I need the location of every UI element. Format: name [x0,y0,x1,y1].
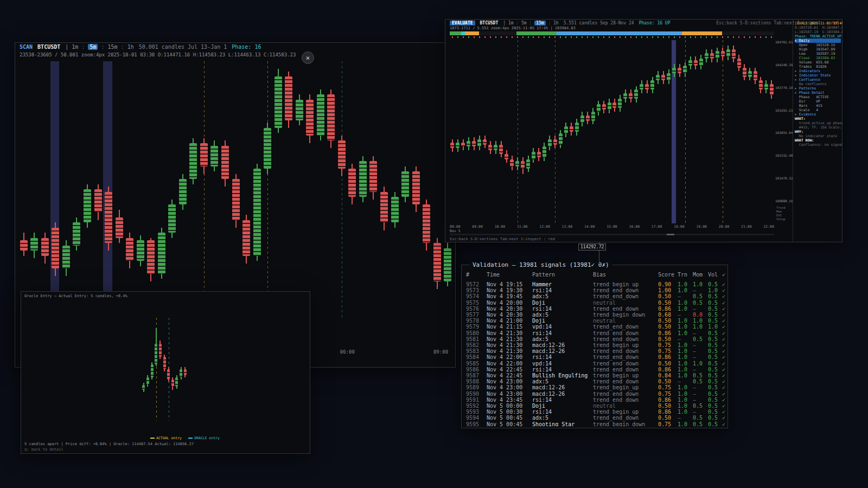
cell: 1.0 [678,300,693,306]
cell: Nov 4 23:00 [487,391,532,397]
signal-row[interactable]: 9573Nov 4 19:30rsi:14trend_end_down1.001… [466,287,725,293]
timeframe-1h[interactable]: 1h [553,21,559,25]
signal-row[interactable]: 9592Nov 5 00:00Dojineutral0.501.00.50.5✓ [466,403,725,409]
signal-row[interactable]: 9578Nov 4 21:00Dojineutral0.501.01.00.5✓ [466,318,725,324]
signal-row[interactable]: 9591Nov 4 23:45rsi:14trend_end_down0.861… [466,397,725,403]
signal-row[interactable]: 9588Nov 4 23:00adx:5trend_end_down0.50–0… [466,378,725,384]
validation-title: Validation — 13981 signals (13981✓ 0✗) [469,261,612,268]
direction-tick [652,36,653,38]
panel-section-header[interactable]: ▸ Patterns [795,86,841,91]
candle-body [553,139,557,145]
signal-row[interactable]: 9574Nov 4 19:45adx:5trend_end_down0.50–0… [466,293,725,299]
candle-body [296,100,303,120]
scan-candles-info: 50.001 candles Jul 13-Jan 1 [139,44,227,50]
cell: neutral [593,318,658,324]
cell: 0.90 [658,281,678,287]
cell: 9577 [466,312,487,318]
candle-body [483,139,487,145]
cell: vpd:14 [532,324,593,330]
direction-tick [576,36,577,38]
signal-row[interactable]: 9575Nov 4 20:00Dojineutral0.501.00.50.5✓ [466,300,725,306]
signal-row[interactable]: 9572Nov 4 19:15Hammertrend_begin_up0.901… [466,281,725,287]
valid-check-icon: ✓ [722,373,725,378]
timeframe-1m[interactable]: 1m [508,21,514,25]
direction-tick [658,36,659,38]
panel-section-header[interactable]: ▸ Indicators [795,69,841,73]
signal-row[interactable]: 9579Nov 4 21:15vpd:14trend_end_down0.501… [466,324,725,330]
cell: 9573 [466,287,487,293]
cell: trend_end_down [593,336,658,342]
direction-tick [636,36,637,38]
signal-row[interactable]: 9590Nov 4 23:00macd:12-26trend_end_down0… [466,391,725,397]
direction-tick [501,36,502,38]
direction-tick [744,36,745,38]
signal-row[interactable]: 9586Nov 4 22:45rsi:14trend_end_down0.861… [466,367,725,373]
cell: Nov 5 00:45 [487,421,532,426]
signal-row[interactable]: 9595Nov 5 00:45Shooting Startrend_begin_… [466,421,725,426]
cell: – [693,391,708,397]
panel-section-header[interactable]: ▸ Phase Detail [795,91,841,95]
cell: – [693,354,708,360]
cell: – [693,367,708,373]
legend-swatch [150,438,155,439]
panel-detail-line: L:102587.19 C:103384.83 [795,30,841,34]
candle-body [126,238,133,261]
signal-row[interactable]: 9576Nov 4 20:30rsi:14trend_end_down0.861… [466,306,725,312]
timeframe-5m[interactable]: 5m [521,21,527,25]
signal-row[interactable]: 9585Nov 4 22:00vpd:14trend_end_down0.501… [466,361,725,367]
validation-table-body[interactable]: 9572Nov 4 19:15Hammertrend_begin_up0.901… [466,281,725,426]
signal-row[interactable]: 9587Nov 4 22:45Bullish Engulfingtrend_be… [466,373,725,378]
evaluate-scrollbar-track[interactable] [450,234,774,235]
timeframe-15m[interactable]: 15m [534,21,545,25]
crosshair-price-label: 114292.72 [578,243,606,251]
panel-detail-line: No confluence [795,82,841,86]
cell: 0.5 [708,391,722,397]
signal-row[interactable]: 9594Nov 5 00:45adx:5trend_end_down0.50–0… [466,415,725,421]
scan-candlestick-plot[interactable] [18,61,453,317]
signal-row[interactable]: 9593Nov 5 00:30rsi:14trend_begin_up0.861… [466,409,725,415]
candle-body [564,126,568,134]
candle-body [764,84,768,89]
evaluate-candlestick-plot[interactable] [450,40,774,223]
valid-check-icon: ✓ [722,287,725,293]
candle-body [629,93,633,99]
tf-separator: : [78,44,88,50]
panel-detail-line: [EVAL] 2025-11-05 17:45:00 [795,21,841,25]
signal-row[interactable]: 9580Nov 4 21:30rsi:14trend_end_down0.861… [466,330,725,336]
signal-row[interactable]: 9581Nov 4 21:30adx:5trend_end_down0.50–0… [466,336,725,342]
candle-body [580,115,584,123]
signal-row[interactable]: 9589Nov 4 23:00macd:12-26trend_begin_up0… [466,384,725,390]
cell: trend_end_down [593,361,658,367]
timeframe-5m[interactable]: 5m [88,44,98,50]
candle-body [532,152,535,159]
candle-body [348,169,356,197]
signal-marker-line [518,40,518,223]
direction-tick [495,36,496,38]
timeframe-1m[interactable]: 1m [72,44,78,50]
cell: 0.5 [693,378,708,384]
close-button[interactable]: × [302,52,314,64]
cell: 9594 [466,415,487,421]
timeframe-1h[interactable]: 1h [127,44,134,50]
panel-section-header[interactable]: ▸ Confluence [795,78,841,82]
direction-tick [641,36,642,38]
cell: adx:5 [532,378,593,384]
cell: 0.50 [658,300,678,306]
panel-detail-line: Close 103384.83 [795,56,841,60]
timeframe-15m[interactable]: 15m [108,44,118,50]
column-header-vol: Vol [708,272,722,278]
evaluate-scrollbar-handle[interactable] [667,234,674,235]
signal-row[interactable]: 9583Nov 4 21:30macd:12-26trend_end_down0… [466,348,725,354]
cell: trend_begin_up [593,342,658,348]
oracle-candlestick-plot[interactable] [142,318,187,421]
panel-section-header[interactable]: ▸ Daily [795,38,841,43]
panel-section-header[interactable]: ▸ Evidence [795,112,841,117]
direction-tick [771,36,772,38]
candle-body [168,204,176,233]
valid-check-icon: ✓ [722,306,725,312]
signal-row[interactable]: 9584Nov 4 22:00rsi:14trend_end_down0.861… [466,354,725,360]
signal-row[interactable]: 9582Nov 4 21:30macd:12-26trend_begin_up0… [466,342,725,348]
panel-section-header[interactable]: ▸ Indicator State [795,73,841,78]
signal-row[interactable]: 9577Nov 4 20:30adx:5trend_begin_down0.68… [466,312,725,318]
direction-tick [592,36,593,38]
